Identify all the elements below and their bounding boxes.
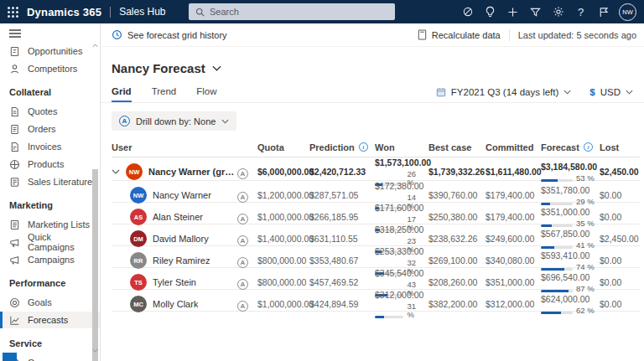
user-name: Nancy Warner (gro... xyxy=(148,167,237,177)
user-name: David Mallory xyxy=(153,234,209,244)
tab-bar: Grid Trend Flow FY2021 Q3 (14 days left)… xyxy=(101,83,644,103)
scrollbar-thumb[interactable] xyxy=(92,169,98,361)
adjust-icon[interactable]: A xyxy=(237,301,248,312)
sidebar-item-marketing-lists[interactable]: Marketing Lists xyxy=(0,216,100,233)
forecast-cell: $696,540.00 87 % xyxy=(541,272,600,293)
progress-fill xyxy=(541,203,550,205)
adjust-icon[interactable]: A xyxy=(237,214,248,224)
sidebar-section-service: Service xyxy=(0,329,100,354)
quota-value: $1,200,000.00 xyxy=(257,190,309,200)
currency-label: USD xyxy=(600,87,621,97)
sidebar-item-label: Forecasts xyxy=(28,315,68,325)
page-title[interactable]: Nancy Forecast xyxy=(112,61,205,75)
sidebar-item-invoices[interactable]: Invoices xyxy=(0,138,100,155)
sidebar-item-quotes[interactable]: Quotes xyxy=(0,103,100,120)
search-input[interactable]: Search xyxy=(189,3,395,20)
table-row[interactable]: DM David Mallory A $1,400,000.00 $631,11… xyxy=(112,224,640,246)
drilldown-button[interactable]: A Drill down by: None xyxy=(112,111,236,131)
area-switcher-button[interactable] xyxy=(3,353,17,361)
adjust-icon[interactable]: A xyxy=(237,257,248,268)
sidebar-item-label: Orders xyxy=(28,124,56,134)
user-name: Nancy Warner xyxy=(153,190,211,200)
col-best-case: Best case xyxy=(428,142,486,152)
sidebar-item-forecasts[interactable]: Forecasts xyxy=(0,312,100,328)
search-icon xyxy=(195,8,205,17)
help-icon[interactable]: ? xyxy=(569,0,592,23)
table-row[interactable]: AS Alan Steiner A $1,000,000.00 $266,185… xyxy=(112,203,640,224)
campaigns-icon xyxy=(9,255,20,266)
table-row[interactable]: NW Nancy Warner A $1,200,000.00 $287,571… xyxy=(112,181,640,203)
adjust-icon[interactable]: A xyxy=(237,279,248,290)
chevron-down-icon xyxy=(626,90,633,95)
quotes-icon xyxy=(9,106,20,117)
title-chevron-icon[interactable] xyxy=(212,65,221,71)
settings-icon[interactable] xyxy=(547,0,569,23)
forecast-cell: $593,410.00 74 % xyxy=(541,250,600,271)
sidebar-section-performance: Performance xyxy=(0,269,100,294)
app-title[interactable]: Dynamics 365 xyxy=(27,6,101,18)
command-bar: See forecast grid history Recalculate da… xyxy=(101,23,644,47)
scroll-up-icon[interactable] xyxy=(91,42,99,49)
chevron-down-icon xyxy=(221,119,229,124)
adjust-icon[interactable]: A xyxy=(237,192,248,203)
app-launcher-waffle-icon[interactable] xyxy=(0,0,25,23)
committed-value: $249,600.00 xyxy=(486,234,541,244)
sidebar-item-quick-campaigns[interactable]: Quick Campaigns xyxy=(0,234,100,250)
drilldown-label: Drill down by: None xyxy=(136,116,216,126)
table-row[interactable]: RR Riley Ramirez A $800,000.00 $353,480.… xyxy=(112,246,640,268)
calendar-icon xyxy=(436,87,446,97)
forecast-grid: User Quota Predictioni Won Best case Com… xyxy=(112,137,640,312)
best-case-value: $390,760.00 xyxy=(428,190,486,200)
period-selector[interactable]: FY2021 Q3 (14 days left) xyxy=(436,87,571,97)
forecast-cell: $351,780.00 29 % xyxy=(541,185,600,206)
adjust-icon[interactable]: A xyxy=(237,235,248,246)
opportunities-icon xyxy=(9,46,20,57)
lost-value: $2,450.00 xyxy=(600,167,640,177)
sidebar-item-sales-literature[interactable]: Sales Literature xyxy=(0,173,100,190)
filter-icon[interactable] xyxy=(524,0,547,23)
avatar: DM xyxy=(130,230,147,247)
area-title[interactable]: Sales Hub xyxy=(119,6,165,18)
best-case-value: $269,100.00 xyxy=(428,255,486,266)
info-icon[interactable]: i xyxy=(359,142,368,152)
prediction-value: $266,185.95 xyxy=(309,212,375,222)
copilot-icon[interactable] xyxy=(456,0,479,23)
quota-value: $1,000,000.00 xyxy=(257,212,309,222)
sidebar-item-orders[interactable]: Orders xyxy=(0,121,100,137)
table-row[interactable]: TS Tyler Stein A $800,000.00 $457,469.52… xyxy=(112,268,640,290)
recalculate-button[interactable]: Recalculate data xyxy=(418,29,501,40)
sidebar-item-goals[interactable]: Goals xyxy=(0,294,100,311)
sidebar-item-competitors[interactable]: Competitors xyxy=(0,60,100,77)
sidebar-item-opportunities[interactable]: Opportunities xyxy=(0,43,100,59)
feedback-icon[interactable] xyxy=(592,0,615,23)
adjust-icon[interactable]: A xyxy=(237,168,248,179)
quota-value: $800,000.00 xyxy=(257,255,309,266)
currency-selector[interactable]: $ USD xyxy=(589,87,633,97)
col-user: User xyxy=(112,142,237,152)
won-cell: $312,000.00 31 % xyxy=(375,290,428,318)
info-icon[interactable]: i xyxy=(584,142,593,152)
lightbulb-icon[interactable] xyxy=(479,0,501,23)
sidebar-section-collateral: Collateral xyxy=(0,78,100,103)
progress-fill xyxy=(541,312,561,314)
sitemap-sidebar: Opportunities Competitors Collateral Quo… xyxy=(0,23,101,361)
sidebar-item-products[interactable]: Products xyxy=(0,156,100,173)
committed-value: $351,000.00 xyxy=(486,277,541,287)
sidebar-scrollbar[interactable] xyxy=(91,42,99,359)
forecast-history-button[interactable]: See forecast grid history xyxy=(112,29,227,40)
table-row[interactable]: MC Molly Clark A $1,000,000.00 $424,894.… xyxy=(112,290,640,312)
col-prediction: Predictioni xyxy=(309,142,375,152)
sitemap-toggle-icon[interactable] xyxy=(0,23,100,43)
tab-grid[interactable]: Grid xyxy=(112,86,132,102)
tab-trend[interactable]: Trend xyxy=(152,86,177,102)
table-row[interactable]: NW Nancy Warner (gro... A $6,000,000.00 … xyxy=(112,157,640,181)
best-case-value: $1,739,332.26 xyxy=(428,167,486,177)
user-avatar[interactable]: NW xyxy=(619,3,636,21)
add-icon[interactable] xyxy=(501,0,524,23)
expand-chevron-icon[interactable] xyxy=(112,169,120,174)
tab-flow[interactable]: Flow xyxy=(196,86,216,102)
scroll-down-icon[interactable] xyxy=(91,347,99,354)
goals-icon xyxy=(9,297,20,308)
sidebar-item-campaigns[interactable]: Campaigns xyxy=(0,251,100,268)
committed-value: $179,400.00 xyxy=(486,190,541,200)
